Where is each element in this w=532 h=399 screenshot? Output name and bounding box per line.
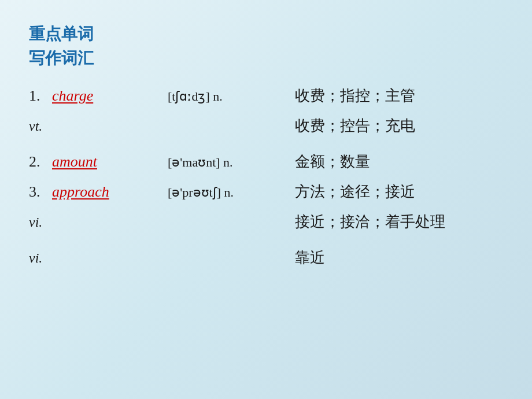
entry-number-3: 3. bbox=[29, 183, 52, 201]
entry-number-1: 1. bbox=[29, 87, 52, 105]
entry-word-3: approach bbox=[52, 183, 168, 201]
entry-meaning-1: 收费；指控；主管 bbox=[295, 86, 415, 106]
vocab-section: 1. charge [tʃɑːdʒ] n. 收费；指控；主管 vt. 收费；控告… bbox=[29, 86, 503, 278]
spacer-1 bbox=[29, 146, 503, 152]
vocab-entry-1: 1. charge [tʃɑːdʒ] n. 收费；指控；主管 bbox=[29, 86, 503, 116]
entry-sub-meaning-3-2: 靠近 bbox=[295, 247, 325, 268]
entry-phonetic-3: [ə'prəʊtʃ] n. bbox=[168, 185, 295, 200]
entry-meaning-3: 方法；途径；接近 bbox=[295, 182, 415, 202]
entry-pos-3-1: vi. bbox=[29, 215, 52, 230]
entry-sub-3-1: vi. 接近；接洽；着手处理 bbox=[29, 212, 503, 242]
entry-sub-1-1: vt. 收费；控告；充电 bbox=[29, 116, 503, 146]
entry-word-2: amount bbox=[52, 153, 168, 171]
entry-pos-3-2: vi. bbox=[29, 250, 52, 266]
entry-sub-meaning-3-1: 接近；接洽；着手处理 bbox=[295, 212, 445, 232]
entry-word-1: charge bbox=[52, 87, 168, 105]
entry-pos-1-1: vt. bbox=[29, 119, 52, 134]
spacer-3 bbox=[29, 242, 503, 247]
section-title: 重点单词 bbox=[29, 23, 503, 45]
entry-meaning-2: 金额；数量 bbox=[295, 152, 370, 172]
vocab-entry-2: 2. amount [ə'maʊnt] n. 金额；数量 bbox=[29, 152, 503, 182]
entry-phonetic-1: [tʃɑːdʒ] n. bbox=[168, 89, 295, 104]
main-container: 重点单词 写作词汇 1. charge [tʃɑːdʒ] n. 收费；指控；主管… bbox=[0, 0, 532, 301]
entry-sub-3-2: vi. 靠近 bbox=[29, 247, 503, 278]
section-subtitle: 写作词汇 bbox=[29, 47, 503, 69]
entry-sub-meaning-1-1: 收费；控告；充电 bbox=[295, 116, 415, 136]
entry-number-2: 2. bbox=[29, 153, 52, 171]
vocab-entry-3: 3. approach [ə'prəʊtʃ] n. 方法；途径；接近 bbox=[29, 182, 503, 212]
entry-phonetic-2: [ə'maʊnt] n. bbox=[168, 155, 295, 170]
